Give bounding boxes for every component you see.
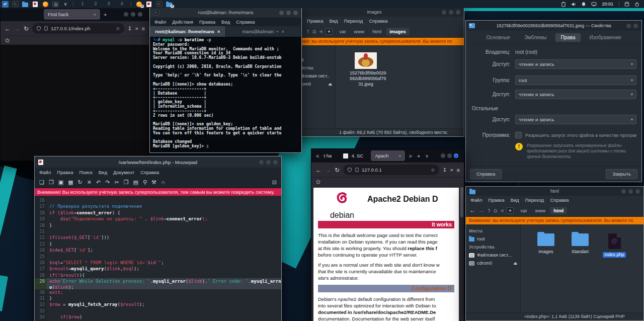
tab-scroll-right-icon[interactable]: > <box>407 153 413 159</box>
url-bar[interactable]: 127.0.0.1/index.ph ☆ <box>32 23 124 34</box>
breadcrumb-collapse-icon[interactable]: ◀ <box>500 208 503 213</box>
tab-apache[interactable]: Apach× <box>371 150 405 161</box>
minimize-button[interactable] <box>621 189 626 194</box>
tab-close-icon[interactable]: × <box>217 29 220 34</box>
maximize-button[interactable] <box>131 12 135 17</box>
close-button[interactable] <box>456 10 460 15</box>
sidebar-row[interactable]: cdrom0⏏ <box>466 259 520 267</box>
sidebar-row[interactable]: Файловая сист... <box>466 251 520 259</box>
hamburger-menu-icon[interactable]: ≡ <box>142 26 145 32</box>
close-button[interactable] <box>273 160 278 165</box>
breadcrumb-item[interactable]: images <box>386 28 410 35</box>
redo-icon[interactable]: ↷ <box>105 179 110 186</box>
forward-button[interactable]: → <box>325 167 331 174</box>
clipboard-icon[interactable] <box>560 1 567 7</box>
reload-button[interactable]: ↻ <box>335 167 340 174</box>
home-button[interactable]: ⌂ <box>312 28 316 35</box>
tab-scroll-left-icon[interactable]: < <box>314 153 320 159</box>
group-access-dropdown[interactable]: чтение и запись▾ <box>515 90 636 99</box>
back-button[interactable]: ← <box>315 167 321 174</box>
search-replace-icon[interactable]: ⚒ <box>151 179 156 186</box>
help-button[interactable]: Справка <box>470 169 502 179</box>
close-button[interactable] <box>138 12 142 17</box>
display-icon[interactable] <box>590 1 597 7</box>
home-button[interactable]: ⌂ <box>494 207 497 214</box>
mousepad-launcher-icon[interactable] <box>32 1 39 7</box>
close-file-icon[interactable]: ✕ <box>87 179 92 186</box>
menu-item[interactable]: Правка <box>488 197 504 203</box>
list-tabs-icon[interactable]: ∨ <box>424 153 430 158</box>
maximize-button[interactable] <box>447 153 452 158</box>
up-button[interactable]: ↑ <box>306 28 309 35</box>
close-dialog-button[interactable]: Закрыть <box>606 169 637 179</box>
new-tab-button[interactable]: + <box>416 153 422 159</box>
sidebar-row[interactable]: Устройства <box>466 243 520 251</box>
save-icon[interactable]: ▣ <box>58 179 63 186</box>
reload-button[interactable]: ↻ <box>24 25 29 32</box>
menu-item[interactable]: Справка <box>236 19 255 25</box>
window-titlebar[interactable]: 15276b3f09e0029592db899056af7631.jpeg — … <box>466 21 641 31</box>
window-titlebar[interactable]: html <box>466 187 643 196</box>
workspace-button[interactable]: 1 <box>76 0 89 8</box>
menu-item[interactable]: Вид <box>99 170 107 175</box>
bookmark-star-icon[interactable]: ☆ <box>431 167 435 173</box>
menu-item[interactable]: Справка <box>550 197 569 203</box>
properties-tab[interactable]: Основные <box>481 33 515 42</box>
breadcrumb-item[interactable]: html <box>550 207 567 214</box>
sidebar-row[interactable]: root <box>466 235 520 243</box>
maximize-button[interactable] <box>286 11 291 15</box>
reload-icon[interactable]: ↻ <box>78 179 83 186</box>
tab-partial[interactable]: t ha <box>323 150 340 161</box>
terminal-launcher-icon[interactable]: >_ <box>12 1 19 7</box>
back-button[interactable]: ← <box>5 25 11 32</box>
workspace-button[interactable]: 2 <box>89 0 102 8</box>
bookmark-flag-icon[interactable] <box>315 179 321 185</box>
minimize-button[interactable] <box>259 160 264 165</box>
others-access-dropdown[interactable]: чтение и запись▾ <box>515 115 636 124</box>
cut-icon[interactable]: ✂ <box>114 179 119 186</box>
menu-item[interactable]: Переход <box>525 197 544 203</box>
volume-icon[interactable] <box>570 1 577 7</box>
fullscreen-icon[interactable]: ⊡ <box>272 179 277 186</box>
window-titlebar[interactable]: /var/www/html/index.php - Mousepad <box>35 156 281 168</box>
open-file-icon[interactable]: ❐ <box>49 179 54 186</box>
panel-clock[interactable]: 20:01 <box>602 2 613 7</box>
allow-execute-checkbox[interactable] <box>515 132 522 138</box>
code-editor[interactable]: 1617// Проверка результата подключения18… <box>35 196 281 321</box>
file-tile[interactable]: @index.php <box>598 233 630 258</box>
eject-icon[interactable]: ⏏ <box>513 261 517 266</box>
paste-icon[interactable]: ▤ <box>133 179 138 186</box>
minimize-button[interactable] <box>442 10 446 15</box>
workspace-button[interactable]: 3 <box>102 0 115 8</box>
new-tab-button[interactable]: + <box>102 12 108 18</box>
minimize-button[interactable] <box>124 12 128 17</box>
bookmark-star-icon[interactable]: ☆ <box>116 26 120 31</box>
menu-item[interactable]: Вид <box>221 19 230 25</box>
scrollbar[interactable] <box>460 186 464 321</box>
menu-item[interactable]: Переход <box>344 18 363 24</box>
menu-item[interactable]: Документ <box>113 170 134 175</box>
tab-first-hack[interactable]: First hack × <box>44 9 100 20</box>
tab-close-icon[interactable]: × <box>398 153 401 158</box>
breadcrumb-item[interactable]: var <box>517 207 530 214</box>
downloads-icon[interactable]: ↧ <box>128 26 132 31</box>
taskbar-terminal-icon[interactable]: >_ <box>155 1 163 7</box>
properties-tab[interactable]: Изображение <box>585 33 626 42</box>
menu-item[interactable]: Вид <box>510 197 519 203</box>
menu-item[interactable]: Правка <box>307 18 323 24</box>
close-button[interactable]: × <box>454 153 458 158</box>
sidebar-row[interactable]: Места <box>466 227 520 235</box>
terminal-tab[interactable]: root@kaliman: /home/mans× <box>150 26 226 37</box>
window-titlebar[interactable]: images <box>285 8 464 17</box>
menu-item[interactable]: Файл <box>154 19 166 25</box>
menu-item[interactable]: Поиск <box>79 170 92 175</box>
terminal-tab[interactable]: mans@kaliman: ~× <box>226 26 302 37</box>
kali-menu-icon[interactable] <box>2 1 9 7</box>
breadcrumb-root-icon[interactable]: ◉ <box>325 28 333 35</box>
forward-button[interactable]: → <box>14 25 20 32</box>
power-icon[interactable] <box>633 1 640 7</box>
close-button[interactable] <box>633 24 638 28</box>
workspace-button[interactable]: 4 <box>115 0 128 8</box>
page-info-icon[interactable] <box>355 167 359 173</box>
minimize-button[interactable] <box>626 24 631 28</box>
